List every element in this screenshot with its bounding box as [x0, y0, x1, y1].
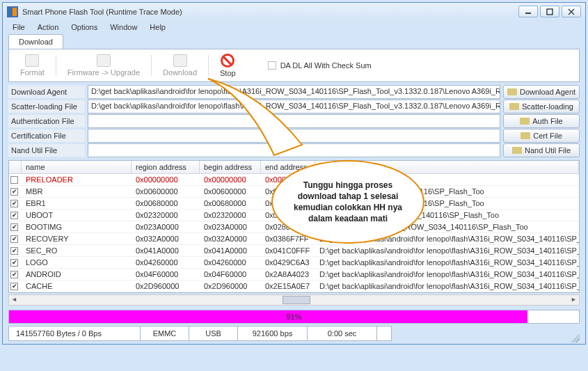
cell-location: opo\flash\A316i_ROW_S034_140116\SP_Flash…: [315, 210, 579, 221]
cell-name: BOOTIMG: [22, 221, 132, 232]
auth-file-browse-button[interactable]: Auth File: [503, 114, 580, 128]
row-checkbox[interactable]: ✔: [10, 283, 18, 290]
cell-begin: 0x041A0000: [200, 245, 261, 256]
separator: [56, 55, 56, 76]
row-checkbox[interactable]: ✔: [10, 247, 18, 255]
table-row[interactable]: ✔CACHE0x2D9600000x2D9600000x2E15A0E7D:\g…: [9, 281, 579, 292]
close-button[interactable]: [562, 6, 581, 17]
scrollbar-thumb[interactable]: [283, 296, 310, 304]
cell-begin: 0x00600000: [200, 186, 261, 197]
row-checkbox[interactable]: ✔: [10, 271, 18, 278]
auth-file-input[interactable]: [88, 114, 500, 128]
status-time: 0:00 sec: [308, 326, 377, 341]
download-button[interactable]: Download: [157, 54, 202, 77]
cell-location: D:\ge enopo\flash\A316i_ROW_S034_140116\…: [315, 221, 579, 232]
menu-window[interactable]: Window: [104, 22, 143, 33]
cell-end: 0x041C0FFF: [261, 245, 315, 256]
col-name[interactable]: name: [22, 161, 132, 174]
svg-rect-1: [547, 9, 553, 15]
folder-icon: [507, 88, 517, 95]
stop-button[interactable]: Stop: [214, 54, 241, 77]
nand-util-input[interactable]: [88, 143, 500, 157]
cell-region: 0x04260000: [132, 257, 200, 268]
cell-location: D:\get back\aplikasi\android\for lenopo\…: [315, 257, 579, 268]
menu-file[interactable]: File: [7, 22, 31, 33]
table-row[interactable]: ✔ANDROID0x04F600000x04F600000x2A8A4023D:…: [9, 269, 579, 281]
table-row[interactable]: PRELOADER0x000000000x000000000x00018BD7: [9, 174, 579, 186]
download-agent-browse-button[interactable]: Download Agent: [503, 85, 580, 99]
table-row[interactable]: ✔LOGO0x042600000x042600000x0429C6A3D:\ge…: [9, 257, 579, 269]
tab-download[interactable]: Download: [8, 34, 63, 49]
tab-bar: Download: [3, 34, 585, 49]
cell-name: LOGO: [22, 257, 132, 268]
scatter-file-browse-button[interactable]: Scatter-loading: [503, 100, 580, 113]
horizontal-scrollbar[interactable]: [8, 294, 580, 306]
col-location[interactable]: location: [315, 161, 579, 174]
status-bytes: 141557760 Bytes / 0 Bps: [8, 326, 141, 341]
table-row[interactable]: ✔UBOOT0x023200000x023200000x0235C5B3opo\…: [9, 210, 579, 221]
format-icon: [25, 54, 39, 67]
table-row[interactable]: ✔MBR0x006000000x006000000x006001FFflash\…: [9, 186, 579, 198]
app-icon: [7, 6, 18, 17]
row-checkbox[interactable]: ✔: [10, 212, 18, 219]
row-checkbox[interactable]: ✔: [10, 235, 18, 243]
cert-file-browse-button[interactable]: Cert File: [503, 129, 580, 143]
cell-name: UBOOT: [22, 210, 132, 221]
cell-end: 0x0386F7FF: [261, 233, 315, 244]
menu-help[interactable]: Help: [144, 22, 171, 33]
cell-end: 0x006801FF: [261, 198, 315, 209]
separator: [151, 55, 152, 76]
col-region[interactable]: region address: [132, 161, 200, 174]
cell-region: 0x04F60000: [132, 269, 200, 280]
cell-region: 0x00600000: [132, 186, 200, 197]
app-window: Smart Phone Flash Tool (Runtime Trace Mo…: [2, 2, 586, 345]
firmware-upgrade-button[interactable]: Firmware -> Upgrade: [62, 54, 145, 77]
cell-name: SEC_RO: [22, 245, 132, 256]
format-button[interactable]: Format: [15, 54, 50, 77]
row-checkbox[interactable]: [10, 176, 18, 184]
scatter-file-input[interactable]: D:\get back\aplikasi\android\for lenopo\…: [88, 100, 500, 113]
minimize-button[interactable]: [518, 6, 538, 17]
cell-end: 0x00018BD7: [261, 174, 315, 185]
table-row[interactable]: ✔SEC_RO0x041A00000x041A00000x041C0FFFD:\…: [9, 245, 579, 257]
cert-file-label: Certification File: [8, 129, 85, 142]
cell-end: 0x006001FF: [261, 186, 315, 197]
menu-action[interactable]: Action: [32, 22, 65, 33]
download-icon: [173, 54, 187, 67]
nand-util-browse-button[interactable]: Nand Util File: [503, 143, 580, 157]
separator: [208, 55, 209, 76]
menu-options[interactable]: Options: [65, 22, 103, 33]
title-bar[interactable]: Smart Phone Flash Tool (Runtime Trace Mo…: [3, 3, 585, 20]
cell-begin: 0x04260000: [200, 257, 261, 268]
folder-icon: [520, 118, 530, 125]
cell-location: D:\get back\aplikasi\android\for lenopo\…: [315, 233, 579, 244]
col-check[interactable]: [9, 161, 22, 174]
row-checkbox[interactable]: ✔: [10, 188, 18, 196]
cell-location: flash\A316i_ROW_S034_140116\SP_Flash_Too: [315, 198, 579, 209]
progress-text: 91%: [9, 313, 579, 321]
download-agent-input[interactable]: D:\get back\aplikasi\android\for lenopo\…: [88, 85, 500, 99]
cell-name: EBR1: [22, 198, 132, 209]
folder-icon: [521, 132, 530, 139]
table-row[interactable]: ✔BOOTIMG0x023A00000x023A00000x0280B7FFD:…: [9, 221, 579, 233]
cell-location: D:\get back\aplikasi\android\for lenopo\…: [315, 269, 579, 280]
maximize-button[interactable]: [540, 6, 559, 17]
col-end[interactable]: end address: [261, 161, 315, 174]
row-checkbox[interactable]: ✔: [10, 259, 18, 267]
cell-begin: 0x02320000: [200, 210, 261, 221]
status-connection: USB: [189, 326, 238, 341]
cert-file-input[interactable]: [88, 129, 500, 143]
checksum-checkbox[interactable]: DA DL All With Check Sum: [268, 61, 372, 70]
cell-region: 0x00680000: [132, 198, 200, 209]
table-row[interactable]: ✔RECOVERY0x032A00000x032A00000x0386F7FFD…: [9, 233, 579, 245]
cell-region: 0x041A0000: [132, 245, 200, 256]
col-begin[interactable]: begin address: [200, 161, 261, 174]
cell-location: D:\get back\aplikasi\android\for lenopo\…: [315, 281, 579, 292]
window-title: Smart Phone Flash Tool (Runtime Trace Mo…: [22, 8, 182, 16]
table-row[interactable]: ✔EBR10x006800000x006800000x006801FFflash…: [9, 198, 579, 210]
row-checkbox[interactable]: ✔: [10, 223, 18, 231]
cell-region: 0x023A0000: [132, 221, 200, 232]
resize-grip[interactable]: [569, 331, 580, 342]
row-checkbox[interactable]: ✔: [10, 200, 18, 207]
stop-icon: [221, 54, 235, 68]
